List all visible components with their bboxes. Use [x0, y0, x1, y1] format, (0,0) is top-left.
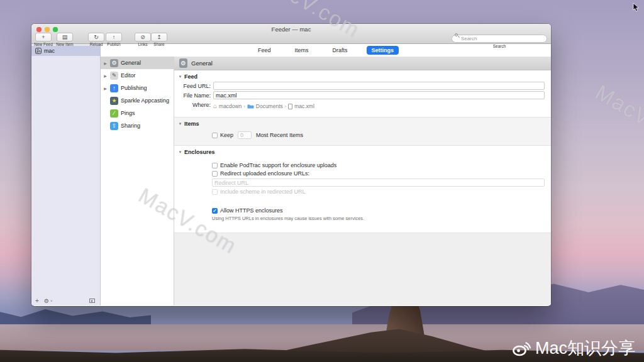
items-section-title: Items — [184, 121, 199, 127]
disclosure-icon[interactable]: ▶ — [103, 86, 108, 90]
keep-label: Keep — [220, 132, 233, 138]
publish-button[interactable]: ↑ Publish — [103, 30, 125, 47]
items-section: ▼ Items Keep Most Recent Items — [174, 117, 551, 146]
feed-sidebar: mac + ⚙ ˅ — [31, 44, 101, 305]
up-arrow-icon[interactable]: ↑ — [106, 33, 122, 41]
sharing-icon: ⇧ — [110, 122, 118, 130]
settings-content: ⚙ General ▼ Feed Feed URL: — [174, 57, 551, 305]
settings-nav-general[interactable]: ▶ ⚙ General — [101, 57, 174, 69]
settings-nav-label: Publishing — [121, 85, 147, 91]
enclosures-section: ▼ Enclosures Enable PodTrac support for … — [174, 146, 551, 233]
new-item-icon[interactable]: ▤ — [57, 33, 73, 41]
gear-icon[interactable]: ⚙ — [44, 298, 49, 304]
keep-suffix-label: Most Recent Items — [256, 132, 303, 138]
settings-nav-sharing[interactable]: ⇧ Sharing — [101, 119, 174, 132]
breadcrumb-folder[interactable]: Documents — [256, 103, 283, 109]
pings-icon: ∕ — [110, 109, 118, 118]
file-name-label: File Name: — [178, 92, 211, 99]
disclosure-down-icon[interactable]: ▼ — [178, 150, 182, 154]
disclosure-down-icon[interactable]: ▼ — [178, 122, 182, 126]
branding: Mac知识分享 — [513, 337, 635, 359]
settings-nav-editor[interactable]: ▶ ✎ Editor — [101, 69, 174, 82]
settings-nav: ▶ ⚙ General ▶ ✎ Editor ▶ ↑ Publishing — [101, 57, 174, 305]
tab-drafts[interactable]: Drafts — [328, 46, 353, 55]
share-button[interactable]: ↥ Share — [148, 30, 170, 47]
watermark-right: MacV.com — [591, 80, 644, 156]
settings-section-header: ⚙ General — [174, 57, 551, 70]
rss-icon — [35, 48, 42, 54]
search-toolbar-label: Search — [452, 44, 547, 48]
add-feed-icon[interactable]: + — [35, 297, 39, 304]
settings-nav-label: Pings — [121, 110, 135, 116]
file-icon — [288, 104, 292, 109]
reload-icon[interactable]: ↻ — [88, 33, 104, 41]
breadcrumb: ⌂ macdown › Documents › mac.xml — [213, 103, 314, 109]
https-note: Using HTTPS URLs in enclosures may cause… — [212, 216, 551, 221]
settings-nav-sparkle[interactable]: ★ Sparkle Appcasting — [101, 94, 174, 107]
redirect-label: Redirect uploaded enclosure URLs: — [220, 170, 309, 177]
settings-nav-label: Sharing — [121, 123, 140, 129]
feed-item-label: mac — [44, 48, 55, 54]
scheme-label: Include scheme in redirected URL — [220, 189, 306, 195]
home-icon: ⌂ — [213, 104, 217, 109]
enclosures-section-title: Enclosures — [184, 149, 215, 155]
tab-items[interactable]: Items — [289, 46, 313, 55]
new-item-button[interactable]: ▤ New Item — [54, 30, 75, 47]
search-input[interactable] — [452, 35, 547, 43]
breadcrumb-file[interactable]: mac.xml — [294, 103, 314, 109]
disclosure-icon[interactable]: ▶ — [103, 74, 108, 78]
titlebar[interactable]: Feeder — mac + New Feed ▤ New Item ↻ Rel… — [31, 24, 551, 44]
settings-nav-label: General — [121, 60, 141, 66]
https-label: Allow HTTPS enclosures — [220, 207, 283, 214]
branding-text: Mac知识分享 — [535, 337, 635, 359]
settings-nav-label: Sparkle Appcasting — [121, 97, 169, 104]
scheme-checkbox[interactable] — [212, 189, 218, 195]
feed-section: ▼ Feed Feed URL: File Name: Where: — [174, 70, 551, 117]
feed-url-label: Feed URL: — [178, 83, 211, 89]
tab-settings[interactable]: Settings — [367, 46, 399, 55]
feed-section-title: Feed — [184, 74, 197, 80]
keep-count-input[interactable] — [238, 131, 252, 139]
sparkle-star-icon: ★ — [110, 97, 118, 105]
podtrac-label: Enable PodTrac support for enclosure upl… — [220, 162, 336, 168]
redirect-checkbox[interactable] — [212, 171, 218, 177]
sidebar-bottom-bar: + ⚙ ˅ — [31, 296, 100, 305]
plus-icon[interactable]: + — [35, 33, 52, 41]
podtrac-checkbox[interactable] — [212, 163, 218, 168]
weibo-icon — [513, 341, 531, 356]
publishing-upload-icon: ↑ — [110, 84, 118, 92]
disclosure-down-icon[interactable]: ▼ — [178, 75, 182, 79]
file-name-input[interactable] — [213, 91, 545, 99]
settings-nav-publishing[interactable]: ▶ ↑ Publishing — [101, 82, 174, 94]
content-filler — [174, 233, 551, 305]
general-gear-icon: ⚙ — [179, 58, 187, 68]
collapse-sidebar-icon[interactable] — [89, 299, 95, 303]
where-label: Where: — [178, 102, 211, 108]
sidebar-item-mac[interactable]: mac — [31, 46, 100, 56]
search-icon — [455, 33, 458, 36]
mouse-cursor — [633, 3, 640, 13]
redirect-url-input[interactable] — [212, 178, 545, 187]
settings-nav-pings[interactable]: ∕ Pings — [101, 107, 174, 119]
feeder-window: Feeder — mac + New Feed ▤ New Item ↻ Rel… — [31, 24, 551, 306]
editor-pencil-icon: ✎ — [110, 72, 118, 80]
https-checkbox[interactable]: ✓ — [212, 208, 218, 214]
section-header-title: General — [191, 60, 213, 67]
new-feed-button[interactable]: + New Feed — [33, 30, 54, 47]
chevron-down-icon: ˅ — [50, 299, 53, 303]
tab-feed[interactable]: Feed — [253, 46, 276, 55]
share-icon[interactable]: ↥ — [151, 33, 167, 41]
settings-nav-label: Editor — [121, 72, 136, 79]
disclosure-icon[interactable]: ▶ — [103, 61, 108, 65]
keep-checkbox[interactable] — [212, 133, 218, 138]
general-gear-icon: ⚙ — [110, 59, 118, 67]
folder-icon — [247, 104, 254, 109]
breadcrumb-home[interactable]: macdown — [219, 103, 242, 109]
feed-url-input[interactable] — [213, 82, 545, 90]
